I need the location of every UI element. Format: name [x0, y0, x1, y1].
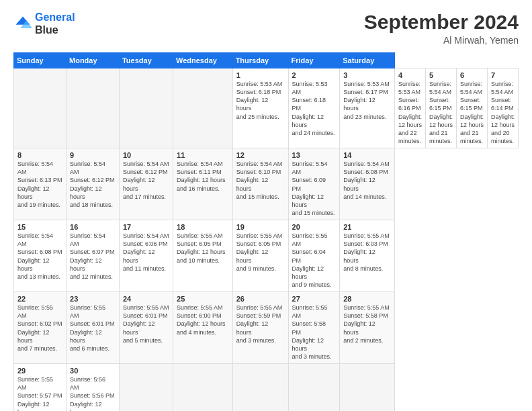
week-row-2: 15Sunrise: 5:54 AM Sunset: 6:08 PM Dayli…	[14, 220, 519, 292]
day-number: 6	[460, 71, 484, 79]
day-info: Sunrise: 5:54 AM Sunset: 6:15 PM Dayligh…	[460, 80, 484, 145]
calendar-cell: 11Sunrise: 5:54 AM Sunset: 6:11 PM Dayli…	[173, 148, 233, 220]
day-info: Sunrise: 5:55 AM Sunset: 5:57 PM Dayligh…	[17, 375, 62, 411]
day-info: Sunrise: 5:55 AM Sunset: 6:00 PM Dayligh…	[177, 304, 229, 336]
weekday-thursday: Thursday	[232, 53, 288, 68]
calendar-cell: 22Sunrise: 5:55 AM Sunset: 6:02 PM Dayli…	[14, 292, 66, 364]
day-info: Sunrise: 5:53 AM Sunset: 6:16 PM Dayligh…	[398, 80, 422, 145]
calendar-cell	[173, 364, 233, 411]
week-row-1: 8Sunrise: 5:54 AM Sunset: 6:13 PM Daylig…	[14, 148, 519, 220]
calendar-cell: 9Sunrise: 5:54 AM Sunset: 6:12 PM Daylig…	[66, 148, 120, 220]
day-info: Sunrise: 5:54 AM Sunset: 6:09 PM Dayligh…	[292, 160, 337, 217]
day-number: 24	[123, 295, 169, 303]
calendar-cell: 26Sunrise: 5:55 AM Sunset: 5:59 PM Dayli…	[232, 292, 288, 364]
logo-text: General Blue	[35, 11, 75, 36]
day-info: Sunrise: 5:54 AM Sunset: 6:07 PM Dayligh…	[70, 232, 116, 281]
day-number: 23	[70, 295, 116, 303]
calendar-cell: 19Sunrise: 5:55 AM Sunset: 6:05 PM Dayli…	[232, 220, 288, 292]
calendar-cell: 21Sunrise: 5:55 AM Sunset: 6:03 PM Dayli…	[340, 220, 395, 292]
day-number: 28	[343, 295, 391, 303]
calendar-cell	[340, 364, 395, 411]
calendar-cell: 23Sunrise: 5:55 AM Sunset: 6:01 PM Dayli…	[66, 292, 120, 364]
calendar-cell: 13Sunrise: 5:54 AM Sunset: 6:09 PM Dayli…	[288, 148, 340, 220]
calendar-cell	[232, 364, 288, 411]
day-number: 17	[123, 223, 169, 231]
day-info: Sunrise: 5:55 AM Sunset: 6:05 PM Dayligh…	[236, 232, 285, 273]
day-info: Sunrise: 5:54 AM Sunset: 6:12 PM Dayligh…	[123, 160, 169, 201]
weekday-saturday: Saturday	[340, 53, 395, 68]
calendar-cell: 12Sunrise: 5:54 AM Sunset: 6:10 PM Dayli…	[232, 148, 288, 220]
weekday-monday: Monday	[66, 53, 120, 68]
calendar-cell: 10Sunrise: 5:54 AM Sunset: 6:12 PM Dayli…	[119, 148, 173, 220]
day-info: Sunrise: 5:55 AM Sunset: 6:01 PM Dayligh…	[123, 304, 169, 345]
logo: General Blue	[13, 11, 75, 36]
day-number: 13	[292, 151, 337, 159]
day-info: Sunrise: 5:55 AM Sunset: 6:02 PM Dayligh…	[17, 304, 62, 353]
day-info: Sunrise: 5:53 AM Sunset: 6:18 PM Dayligh…	[292, 80, 337, 137]
week-row-3: 22Sunrise: 5:55 AM Sunset: 6:02 PM Dayli…	[14, 292, 519, 364]
day-number: 16	[70, 223, 116, 231]
day-info: Sunrise: 5:54 AM Sunset: 6:15 PM Dayligh…	[429, 80, 453, 145]
day-number: 3	[343, 71, 391, 79]
calendar-cell	[14, 68, 66, 148]
day-number: 26	[236, 295, 285, 303]
calendar-cell: 30Sunrise: 5:56 AM Sunset: 5:56 PM Dayli…	[66, 364, 120, 411]
day-info: Sunrise: 5:55 AM Sunset: 5:58 PM Dayligh…	[343, 304, 391, 345]
calendar-table: SundayMondayTuesdayWednesdayThursdayFrid…	[13, 52, 519, 411]
calendar-cell	[288, 364, 340, 411]
calendar-cell: 7Sunrise: 5:54 AM Sunset: 6:14 PM Daylig…	[487, 68, 518, 148]
day-number: 30	[70, 367, 116, 375]
day-number: 2	[292, 71, 337, 79]
day-info: Sunrise: 5:54 AM Sunset: 6:13 PM Dayligh…	[17, 160, 62, 209]
day-info: Sunrise: 5:56 AM Sunset: 5:56 PM Dayligh…	[70, 375, 116, 411]
day-info: Sunrise: 5:54 AM Sunset: 6:06 PM Dayligh…	[123, 232, 169, 273]
day-number: 1	[236, 71, 285, 79]
calendar-cell: 4Sunrise: 5:53 AM Sunset: 6:16 PM Daylig…	[394, 68, 425, 148]
weekday-sunday: Sunday	[14, 53, 66, 68]
week-row-4: 29Sunrise: 5:55 AM Sunset: 5:57 PM Dayli…	[14, 364, 519, 411]
logo-icon	[13, 14, 32, 33]
day-info: Sunrise: 5:53 AM Sunset: 6:18 PM Dayligh…	[236, 80, 285, 121]
day-number: 22	[17, 295, 62, 303]
calendar-cell: 14Sunrise: 5:54 AM Sunset: 6:08 PM Dayli…	[340, 148, 395, 220]
day-info: Sunrise: 5:55 AM Sunset: 6:01 PM Dayligh…	[70, 304, 116, 353]
calendar-cell: 24Sunrise: 5:55 AM Sunset: 6:01 PM Dayli…	[119, 292, 173, 364]
calendar-cell: 3Sunrise: 5:53 AM Sunset: 6:17 PM Daylig…	[340, 68, 395, 148]
day-number: 21	[343, 223, 391, 231]
calendar-cell: 18Sunrise: 5:55 AM Sunset: 6:05 PM Dayli…	[173, 220, 233, 292]
day-info: Sunrise: 5:54 AM Sunset: 6:10 PM Dayligh…	[236, 160, 285, 201]
day-number: 7	[491, 71, 515, 79]
calendar-cell: 15Sunrise: 5:54 AM Sunset: 6:08 PM Dayli…	[14, 220, 66, 292]
day-info: Sunrise: 5:54 AM Sunset: 6:08 PM Dayligh…	[343, 160, 391, 201]
page: General Blue September 2024 Al Mirwah, Y…	[0, 0, 532, 411]
calendar-cell: 25Sunrise: 5:55 AM Sunset: 6:00 PM Dayli…	[173, 292, 233, 364]
day-number: 19	[236, 223, 285, 231]
calendar-cell: 2Sunrise: 5:53 AM Sunset: 6:18 PM Daylig…	[288, 68, 340, 148]
calendar-cell	[119, 364, 173, 411]
title-block: September 2024 Al Mirwah, Yemen	[364, 11, 519, 46]
calendar-cell: 20Sunrise: 5:55 AM Sunset: 6:04 PM Dayli…	[288, 220, 340, 292]
day-number: 4	[398, 71, 422, 79]
weekday-tuesday: Tuesday	[119, 53, 173, 68]
location: Al Mirwah, Yemen	[364, 35, 519, 46]
week-row-0: 1Sunrise: 5:53 AM Sunset: 6:18 PM Daylig…	[14, 68, 519, 148]
day-info: Sunrise: 5:55 AM Sunset: 6:05 PM Dayligh…	[177, 232, 229, 265]
day-info: Sunrise: 5:54 AM Sunset: 6:12 PM Dayligh…	[70, 160, 116, 209]
calendar-cell: 17Sunrise: 5:54 AM Sunset: 6:06 PM Dayli…	[119, 220, 173, 292]
day-info: Sunrise: 5:54 AM Sunset: 6:11 PM Dayligh…	[177, 160, 229, 193]
day-number: 12	[236, 151, 285, 159]
day-number: 11	[177, 151, 229, 159]
day-number: 10	[123, 151, 169, 159]
calendar-cell: 6Sunrise: 5:54 AM Sunset: 6:15 PM Daylig…	[456, 68, 487, 148]
day-info: Sunrise: 5:54 AM Sunset: 6:08 PM Dayligh…	[17, 232, 62, 281]
day-info: Sunrise: 5:54 AM Sunset: 6:14 PM Dayligh…	[491, 80, 515, 145]
day-number: 27	[292, 295, 337, 303]
day-info: Sunrise: 5:55 AM Sunset: 5:59 PM Dayligh…	[236, 304, 285, 345]
day-info: Sunrise: 5:55 AM Sunset: 6:03 PM Dayligh…	[343, 232, 391, 273]
day-number: 8	[17, 151, 62, 159]
calendar-cell: 5Sunrise: 5:54 AM Sunset: 6:15 PM Daylig…	[425, 68, 456, 148]
day-info: Sunrise: 5:55 AM Sunset: 6:04 PM Dayligh…	[292, 232, 337, 289]
calendar-cell	[66, 68, 120, 148]
month-title: September 2024	[364, 11, 519, 34]
calendar-cell: 28Sunrise: 5:55 AM Sunset: 5:58 PM Dayli…	[340, 292, 395, 364]
